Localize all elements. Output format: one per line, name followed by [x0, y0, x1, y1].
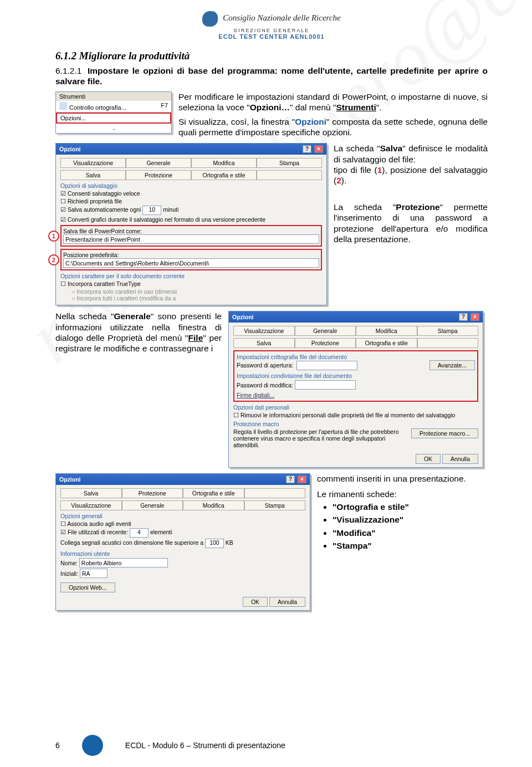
subsection-number: 6.1.2.1: [55, 66, 81, 75]
group-gen-opts: Opzioni generali: [60, 513, 305, 519]
tab-generale[interactable]: Generale: [295, 326, 356, 336]
tab-ortografia[interactable]: Ortografia e stile: [191, 170, 257, 180]
section-6-1-2-title: 6.1.2 Migliorare la produttività: [55, 50, 488, 62]
input-modify-pwd[interactable]: [295, 380, 356, 390]
combo-file-type[interactable]: [63, 234, 319, 244]
cb-embed-tt[interactable]: Incorpora caratteri TrueType: [60, 280, 322, 287]
close-icon[interactable]: ×: [470, 313, 479, 321]
input-default-loc[interactable]: [63, 258, 319, 268]
tab-visualizzazione[interactable]: Visualizzazione: [60, 158, 126, 168]
tab-salva[interactable]: Salva: [60, 170, 126, 180]
page-number: 6: [55, 741, 60, 750]
cb-recent-files[interactable]: File utilizzati di recente: 4 elementi: [60, 528, 305, 538]
marker-1: 1: [48, 231, 59, 242]
help-icon[interactable]: ?: [286, 475, 295, 483]
cnr-direction: DIREZIONE GENERALE: [234, 28, 310, 33]
cb-convert-charts[interactable]: Converti grafici durante il salvataggio …: [60, 216, 322, 223]
strumenti-menu: Strumenti Controllo ortografia... F7 Opz…: [55, 91, 172, 134]
input-initials[interactable]: [80, 569, 108, 578]
page-footer: 6 ECDL - Modulo 6 – Strumenti di present…: [55, 735, 488, 756]
marker-2: 2: [48, 254, 59, 265]
menu-head: Strumenti: [56, 92, 171, 101]
input-name[interactable]: [79, 558, 168, 567]
tab-modifica[interactable]: Modifica: [183, 500, 244, 510]
cb-req-props[interactable]: Richiedi proprietà file: [60, 198, 322, 204]
tab-ortografia[interactable]: Ortografia e stile: [356, 338, 417, 348]
group-share: Impostazioni condivisione file del docum…: [237, 372, 475, 379]
page-header: Consiglio Nazionale delle Ricerche DIREZ…: [55, 11, 488, 40]
tab-salva[interactable]: Salva: [60, 488, 122, 498]
btn-ok[interactable]: OK: [243, 597, 268, 607]
dialog-title: Opzioni: [59, 146, 81, 152]
opzioni-generale-dialog: Opzioni ? × Salva Protezione Ortografia …: [55, 473, 310, 611]
tab-stampa[interactable]: Stampa: [257, 158, 322, 168]
close-icon[interactable]: ×: [314, 145, 323, 153]
menu-item-opzioni[interactable]: Opzioni...: [56, 113, 171, 124]
close-icon[interactable]: ×: [298, 475, 306, 483]
link-digital-sign[interactable]: Firme digitali...: [237, 392, 274, 398]
tab-row-1: Visualizzazione Generale Modifica Stampa: [60, 158, 322, 168]
opzioni-protezione-dialog: Opzioni ? × Visualizzazione Generale Mod…: [228, 311, 483, 468]
cb-autosave[interactable]: Salva automaticamente ogni 10 minuti: [60, 206, 322, 215]
tab-protezione[interactable]: Protezione: [122, 488, 183, 498]
tab-protezione[interactable]: Protezione: [295, 338, 356, 348]
cb-fast-save[interactable]: Consenti salvataggio veloce: [60, 190, 322, 197]
label-open-pwd: Password di apertura:: [237, 362, 293, 369]
tab-ortografia[interactable]: Ortografia e stile: [183, 488, 244, 498]
help-icon[interactable]: ?: [303, 145, 311, 153]
cnr-name: Consiglio Nazionale delle Ricerche: [223, 13, 340, 22]
recent-files-spin[interactable]: 4: [130, 528, 149, 538]
dialog-title: Opzioni: [59, 476, 81, 483]
group-personal: Opzioni dati personali: [233, 404, 478, 411]
para-remaining: Le rimanenti schede:: [317, 489, 488, 499]
dialog-title: Opzioni: [232, 314, 254, 320]
group-font-opts: Opzioni carattere per il solo documento …: [60, 273, 322, 279]
tab-modifica[interactable]: Modifica: [191, 158, 257, 168]
remaining-tabs-list: "Ortografia e stile" "Visualizzazione" "…: [317, 502, 488, 551]
para-generale: Nella scheda "Generale" sono presenti le…: [55, 311, 222, 354]
group-user-info: Informazioni utente: [60, 550, 305, 557]
tab-generale[interactable]: Generale: [126, 158, 191, 168]
para-salva: La scheda "Salva" definisce le modalità …: [334, 143, 488, 186]
menu-item-spellcheck[interactable]: Controllo ortografia... F7: [56, 101, 171, 112]
subsection-title: Impostare le opzioni di base del program…: [55, 66, 488, 86]
tab-stampa[interactable]: Stampa: [244, 500, 306, 510]
spellcheck-icon: [59, 102, 67, 110]
para-protezione: La scheda "Protezione" permette l'inseri…: [334, 202, 488, 245]
label-default-loc: Posizione predefinita:: [63, 252, 319, 258]
tab-generale[interactable]: Generale: [122, 500, 183, 510]
bullet-visualizzazione: "Visualizzazione": [332, 515, 403, 524]
note-macro: Regola il livello di protezione per l'ap…: [233, 428, 407, 448]
input-open-pwd[interactable]: [296, 361, 357, 370]
bullet-modifica: "Modifica": [332, 528, 376, 538]
radio-embed-used[interactable]: Incorpora solo caratteri in uso (dimensi: [71, 288, 177, 295]
tab-salva[interactable]: Salva: [233, 338, 295, 348]
tab-stampa[interactable]: Stampa: [417, 326, 479, 336]
size-spin[interactable]: 100: [205, 539, 224, 548]
btn-cancel[interactable]: Annulla: [269, 597, 305, 607]
autosave-spin[interactable]: 10: [142, 206, 161, 215]
footer-text: ECDL - Modulo 6 – Strumenti di presentaz…: [125, 741, 285, 750]
section-6-1-2-1-head: 6.1.2.1 Impostare le opzioni di base del…: [55, 65, 488, 87]
label-name: Nome:: [60, 560, 78, 566]
footer-logo-icon: [82, 735, 103, 756]
cb-remove-personal[interactable]: Rimuovi le informazioni personali dalle …: [233, 412, 478, 418]
cb-audio-events[interactable]: Associa audio agli eventi: [60, 520, 305, 527]
radio-embed-all[interactable]: Incorpora tutti i caratteri (modifica da…: [71, 295, 176, 301]
group-crypt: Impostazioni crittografia file del docum…: [237, 354, 475, 360]
btn-ok[interactable]: OK: [416, 454, 441, 464]
btn-advanced[interactable]: Avanzate...: [429, 360, 475, 370]
para-comments: commenti inseriti in una presentazione.: [317, 473, 488, 484]
tab-protezione[interactable]: Protezione: [126, 170, 191, 180]
btn-macro-prot[interactable]: Protezione macro...: [411, 428, 478, 438]
help-icon[interactable]: ?: [459, 313, 468, 321]
cnr-logo: [202, 11, 218, 27]
test-center: ECDL TEST CENTER AENL0001: [218, 33, 324, 40]
tab-modifica[interactable]: Modifica: [356, 326, 417, 336]
row-sound-size: Collega segnali acustici con dimensione …: [60, 539, 305, 548]
btn-web-options[interactable]: Opzioni Web...: [60, 582, 115, 592]
label-modify-pwd: Password di modifica:: [237, 382, 293, 388]
tab-visualizzazione[interactable]: Visualizzazione: [233, 326, 295, 336]
tab-visualizzazione[interactable]: Visualizzazione: [60, 500, 122, 510]
btn-cancel[interactable]: Annulla: [442, 454, 478, 464]
